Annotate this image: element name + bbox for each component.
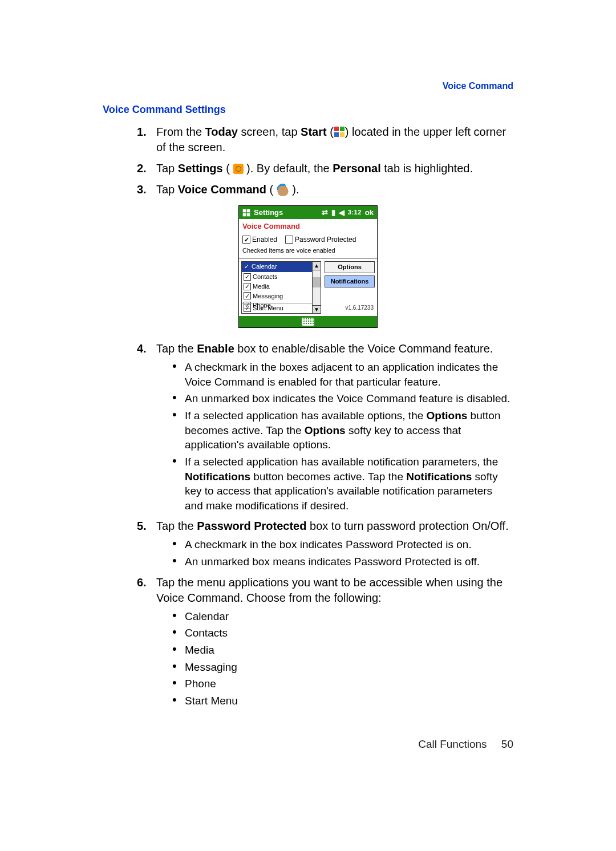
antenna-icon: ▮ bbox=[331, 208, 335, 218]
step-text: Tap the menu applications you want to be… bbox=[156, 576, 502, 604]
notifications-button[interactable]: Notifications bbox=[325, 275, 375, 287]
step-number: 3. bbox=[137, 182, 147, 197]
step-5: 5. Tap the Password Protected box to tur… bbox=[137, 518, 513, 569]
list-item[interactable]: ✓Messaging bbox=[242, 291, 312, 301]
list-item[interactable]: ✓Contacts bbox=[242, 272, 312, 282]
bullet: Calendar bbox=[172, 609, 513, 624]
step-text: Tap the Password Protected box to turn p… bbox=[156, 520, 509, 532]
scroll-thumb[interactable] bbox=[313, 270, 321, 305]
phone-note: Checked items are voice enabled bbox=[239, 245, 377, 258]
step-number: 2. bbox=[137, 161, 147, 176]
step-1: 1. From the Today screen, tap Start () l… bbox=[137, 124, 513, 155]
ok-button[interactable]: ok bbox=[365, 208, 374, 218]
phone-title-text: Settings bbox=[254, 208, 283, 218]
enabled-checkbox[interactable]: ✓Enabled bbox=[242, 235, 277, 244]
bullet: Start Menu bbox=[172, 694, 513, 708]
svg-rect-1 bbox=[340, 127, 345, 131]
svg-rect-3 bbox=[340, 132, 345, 137]
svg-rect-2 bbox=[334, 132, 339, 137]
start-icon bbox=[334, 126, 345, 137]
phone-bottom-bar bbox=[239, 316, 377, 327]
step-text: Tap Settings ( ). By default, the Person… bbox=[156, 162, 473, 175]
list-item[interactable]: ✓Start Menu bbox=[242, 303, 312, 313]
step-number: 1. bbox=[137, 124, 147, 140]
windows-icon bbox=[242, 209, 250, 217]
phone-screenshot: Settings ⇄ ▮ ◀ 3:12 ok Voice Command ✓En… bbox=[238, 205, 378, 328]
version-label: v1.6.17233 bbox=[325, 303, 375, 314]
options-button[interactable]: Options bbox=[325, 261, 375, 273]
bullet: Contacts bbox=[172, 626, 513, 641]
instruction-list-cont: 4. Tap the Enable box to enable/disable … bbox=[103, 341, 513, 708]
step-text: Tap Voice Command ( ). bbox=[156, 183, 299, 196]
scroll-up-icon[interactable]: ▲ bbox=[313, 262, 321, 270]
bullet: Media bbox=[172, 643, 513, 658]
step-number: 6. bbox=[137, 575, 147, 590]
app-list[interactable]: ✓Calendar ✓Contacts ✓Media ✓Messaging ✓P… bbox=[241, 261, 313, 314]
footer-section: Call Functions bbox=[418, 738, 487, 750]
bullet: If a selected application has available … bbox=[172, 408, 513, 452]
step-text: Tap the Enable box to enable/disable the… bbox=[156, 342, 493, 355]
phone-subtitle: Voice Command bbox=[239, 219, 377, 233]
step-number: 4. bbox=[137, 341, 147, 356]
step-2: 2. Tap Settings ( ). By default, the Per… bbox=[137, 161, 513, 176]
bullet: A checkmark in the box indicates Passwor… bbox=[172, 537, 513, 552]
page-number: 50 bbox=[501, 738, 513, 750]
svg-rect-0 bbox=[334, 127, 339, 131]
password-protected-checkbox[interactable]: Password Protected bbox=[285, 235, 356, 244]
clock: 3:12 bbox=[348, 208, 362, 217]
svg-rect-5 bbox=[247, 209, 250, 212]
section-heading: Voice Command Settings bbox=[103, 103, 513, 116]
phone-title-bar: Settings ⇄ ▮ ◀ 3:12 ok bbox=[239, 206, 377, 220]
bullet: A checkmark in the boxes adjacent to an … bbox=[172, 360, 513, 389]
bullet: Messaging bbox=[172, 660, 513, 675]
bullet: An unmarked box indicates the Voice Comm… bbox=[172, 391, 513, 406]
speaker-icon: ◀ bbox=[339, 208, 345, 218]
list-item[interactable]: ✓Media bbox=[242, 282, 312, 291]
svg-rect-6 bbox=[243, 213, 246, 216]
step-3: 3. Tap Voice Command ( ). bbox=[137, 182, 513, 197]
step-text: From the Today screen, tap Start () loca… bbox=[156, 125, 506, 153]
settings-icon bbox=[233, 164, 244, 174]
list-item[interactable]: ✓Calendar bbox=[242, 262, 312, 272]
step-number: 5. bbox=[137, 518, 147, 534]
step-4: 4. Tap the Enable box to enable/disable … bbox=[137, 341, 513, 513]
bullet: An unmarked box means indicates Password… bbox=[172, 554, 513, 569]
signal-icon: ⇄ bbox=[322, 208, 328, 218]
bullet: If a selected application has available … bbox=[172, 455, 513, 513]
voice-command-icon bbox=[277, 184, 289, 196]
scroll-down-icon[interactable]: ▼ bbox=[313, 305, 321, 314]
svg-rect-7 bbox=[247, 213, 250, 216]
step-6: 6. Tap the menu applications you want to… bbox=[137, 575, 513, 708]
svg-rect-4 bbox=[243, 209, 246, 212]
scrollbar[interactable]: ▲ ▼ bbox=[313, 261, 321, 314]
page-header-label: Voice Command bbox=[103, 80, 513, 92]
keyboard-icon[interactable] bbox=[302, 318, 314, 326]
bullet: Phone bbox=[172, 676, 513, 691]
instruction-list: 1. From the Today screen, tap Start () l… bbox=[103, 124, 513, 197]
page-footer: Call Functions 50 bbox=[103, 737, 513, 752]
